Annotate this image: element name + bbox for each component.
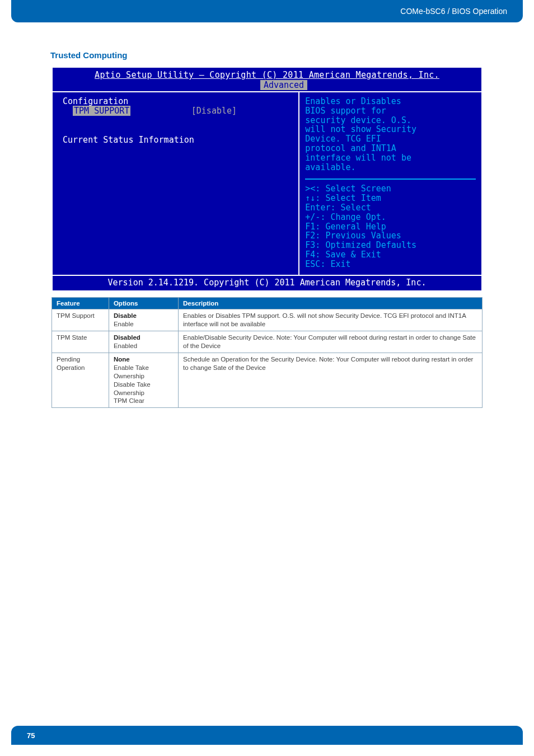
breadcrumb: COMe-bSC6 / BIOS Operation [400,7,507,16]
feature-table: Feature Options Description TPM Support … [51,297,483,408]
content-area: Trusted Computing Aptio Setup Utility – … [0,22,534,408]
bios-item-value: [Disable] [191,106,237,116]
table-header: Feature Options Description [52,298,483,309]
bios-help-divider [305,179,476,180]
cell-feature: TPM State [52,331,109,353]
cell-description: Schedule an Operation for the Security D… [179,353,483,408]
option-default: Disabled [114,334,174,342]
bios-footer: Version 2.14.1219. Copyright (C) 2011 Am… [53,276,481,290]
bios-status-label: Current Status Information [63,135,293,145]
bios-screenshot: Aptio Setup Utility – Copyright (C) 2011… [51,67,483,292]
bios-body: Configuration TPM SUPPORT [Disable] Curr… [53,91,481,276]
col-feature: Feature [52,298,109,309]
page-footer: 75 [11,726,523,745]
bios-header: Aptio Setup Utility – Copyright (C) 2011… [53,68,481,91]
cell-options: None Enable Take Ownership Disable Take … [109,353,178,408]
table-row: Pending Operation None Enable Take Owner… [52,353,483,408]
bios-key-bindings: ><: Select Screen ↑↓: Select Item Enter:… [305,184,476,269]
option: Enabled [114,342,174,350]
table-body: TPM Support Disable Enable Enables or Di… [52,309,483,408]
page-number: 75 [27,731,35,740]
option-default: Disable [114,312,174,320]
cell-feature: TPM Support [52,309,109,331]
bios-help-text: Enables or Disables BIOS support for sec… [305,97,476,172]
cell-feature: Pending Operation [52,353,109,408]
bios-blank-row [63,126,293,135]
bios-title: Aptio Setup Utility – Copyright (C) 2011… [95,70,439,80]
cell-description: Enable/Disable Security Device. Note: Yo… [179,331,483,353]
option: TPM Clear [114,397,174,405]
option-default: None [114,355,174,364]
bios-main-pane: Configuration TPM SUPPORT [Disable] Curr… [53,92,299,275]
option: Disable Take Ownership [114,381,174,397]
table-row: TPM State Disabled Enabled Enable/Disabl… [52,331,483,353]
bios-config-label: Configuration [63,97,293,106]
option: Enable Take Ownership [114,364,174,381]
col-options: Options [109,298,178,309]
bios-help-pane: Enables or Disables BIOS support for sec… [299,92,481,275]
bios-item-label: TPM SUPPORT [73,106,130,116]
table-row: TPM Support Disable Enable Enables or Di… [52,309,483,331]
bios-tab-advanced[interactable]: Advanced [260,80,307,90]
cell-options: Disabled Enabled [109,331,178,353]
cell-description: Enables or Disables TPM support. O.S. wi… [179,309,483,331]
header-bar: COMe-bSC6 / BIOS Operation [11,0,523,22]
section-title: Trusted Computing [50,50,484,60]
cell-options: Disable Enable [109,309,178,331]
bios-row-tpm-support[interactable]: TPM SUPPORT [Disable] [63,106,293,116]
bios-blank-row [63,116,293,126]
col-description: Description [179,298,483,309]
bios-tabs-row: Advanced [53,80,481,91]
option: Enable [114,320,174,328]
